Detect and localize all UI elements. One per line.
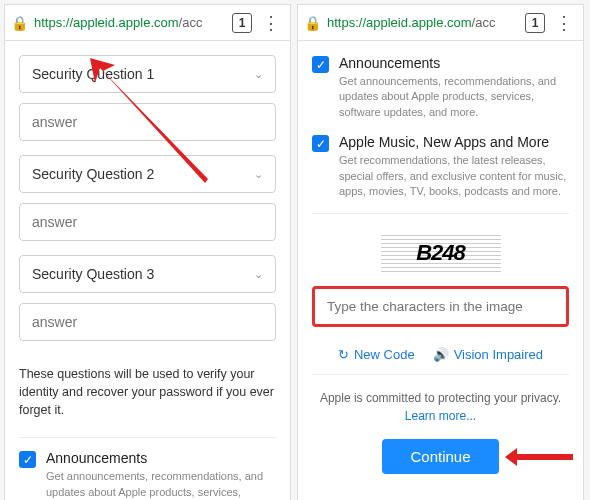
vision-impaired-link[interactable]: 🔊Vision Impaired [433, 347, 543, 362]
security-question-2[interactable]: Security Question 2 ⌄ [19, 155, 276, 193]
checkbox-checked-icon[interactable]: ✓ [19, 451, 36, 468]
privacy-text: Apple is committed to protecting your pr… [312, 389, 569, 425]
captcha-image: B248 [312, 232, 569, 274]
refresh-icon: ↻ [338, 347, 349, 362]
note-text: These questions will be used to verify y… [19, 365, 276, 419]
check-label: Announcements [339, 55, 569, 71]
captcha-links: ↻New Code 🔊Vision Impaired [312, 347, 569, 362]
menu-icon[interactable]: ⋮ [258, 12, 284, 34]
url-bar: 🔒 https://appleid.apple.com/acc 1 ⋮ [298, 5, 583, 41]
divider [312, 374, 569, 375]
tab-count[interactable]: 1 [232, 13, 252, 33]
check-desc: Get announcements, recommendations, and … [46, 469, 276, 500]
answer-input-2[interactable] [19, 203, 276, 241]
captcha-input[interactable] [312, 286, 569, 327]
dropdown-label: Security Question 1 [32, 66, 154, 82]
audio-icon: 🔊 [433, 347, 449, 362]
checkbox-checked-icon[interactable]: ✓ [312, 56, 329, 73]
divider [312, 213, 569, 214]
announcements-row[interactable]: ✓ Announcements Get announcements, recom… [19, 450, 276, 500]
tab-count[interactable]: 1 [525, 13, 545, 33]
security-question-1[interactable]: Security Question 1 ⌄ [19, 55, 276, 93]
url-bar: 🔒 https://appleid.apple.com/acc 1 ⋮ [5, 5, 290, 41]
checkbox-checked-icon[interactable]: ✓ [312, 135, 329, 152]
annotation-arrow-icon [505, 445, 575, 469]
new-code-link[interactable]: ↻New Code [338, 347, 415, 362]
answer-input-1[interactable] [19, 103, 276, 141]
check-label: Apple Music, New Apps and More [339, 134, 569, 150]
continue-button[interactable]: Continue [382, 439, 498, 474]
captcha-text: B248 [381, 232, 501, 274]
chevron-down-icon: ⌄ [254, 68, 263, 81]
apple-music-row[interactable]: ✓ Apple Music, New Apps and More Get rec… [312, 134, 569, 199]
security-question-3[interactable]: Security Question 3 ⌄ [19, 255, 276, 293]
chevron-down-icon: ⌄ [254, 168, 263, 181]
right-panel: 🔒 https://appleid.apple.com/acc 1 ⋮ ✓ An… [297, 4, 584, 500]
announcements-row[interactable]: ✓ Announcements Get announcements, recom… [312, 55, 569, 120]
url-text: https://appleid.apple.com/acc [34, 15, 226, 30]
chevron-down-icon: ⌄ [254, 268, 263, 281]
check-desc: Get announcements, recommendations, and … [339, 74, 569, 120]
check-desc: Get recommendations, the latest releases… [339, 153, 569, 199]
answer-input-3[interactable] [19, 303, 276, 341]
lock-icon: 🔒 [11, 15, 28, 31]
dropdown-label: Security Question 3 [32, 266, 154, 282]
check-label: Announcements [46, 450, 276, 466]
divider [19, 437, 276, 438]
dropdown-label: Security Question 2 [32, 166, 154, 182]
menu-icon[interactable]: ⋮ [551, 12, 577, 34]
left-panel: 🔒 https://appleid.apple.com/acc 1 ⋮ Secu… [4, 4, 291, 500]
url-text: https://appleid.apple.com/acc [327, 15, 519, 30]
learn-more-link[interactable]: Learn more... [405, 409, 476, 423]
lock-icon: 🔒 [304, 15, 321, 31]
